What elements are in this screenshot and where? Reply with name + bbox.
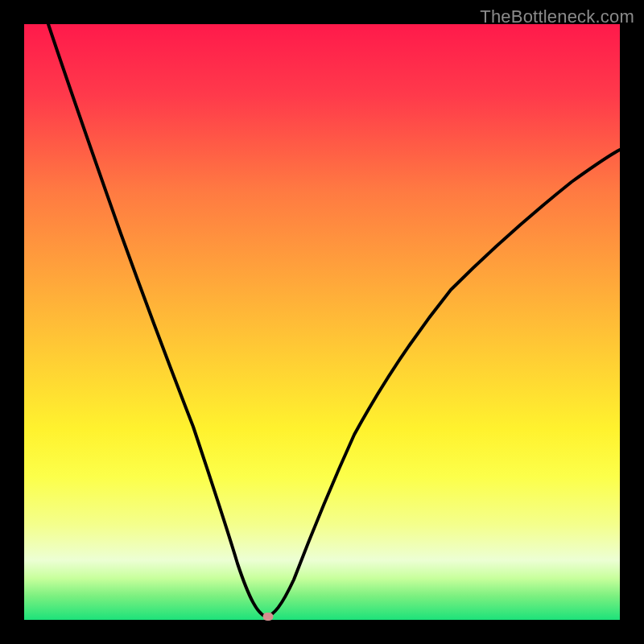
chart-canvas: TheBottleneck.com (0, 0, 644, 644)
watermark-text: TheBottleneck.com (480, 6, 634, 27)
bottleneck-curve (24, 24, 620, 620)
plot-area (24, 24, 620, 620)
curve-path (48, 24, 620, 617)
notch-marker (263, 613, 274, 621)
